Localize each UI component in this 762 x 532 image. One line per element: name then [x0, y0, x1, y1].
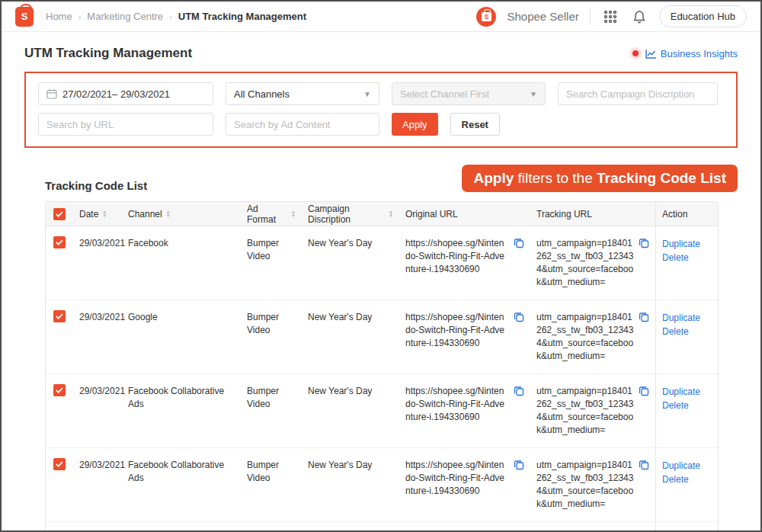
row-channel: Facebook	[122, 226, 241, 261]
row-campaign: New Year's Day	[302, 226, 399, 261]
breadcrumb-current: UTM Tracking Management	[178, 11, 306, 22]
brand-label: Shopee Seller	[507, 10, 578, 23]
row-ad-format: Bumper Video	[241, 300, 302, 348]
search-url-field	[38, 113, 213, 136]
row-date: 29/03/2021	[73, 226, 122, 261]
column-ad-format[interactable]: Ad Format▲▼	[241, 204, 302, 225]
filter-panel: 27/02/2021– 29/03/2021 All Channels ▼ Se…	[24, 72, 738, 148]
copy-icon[interactable]	[639, 238, 649, 289]
apply-button[interactable]: Apply	[392, 113, 438, 136]
search-campaign-field	[558, 82, 718, 105]
row-tracking-url: utm_campaign=p18401262_ss_tw_fb03_123434…	[536, 459, 634, 511]
page-title: UTM Tracking Management	[24, 46, 192, 61]
copy-icon[interactable]	[639, 312, 649, 363]
copy-icon[interactable]	[514, 386, 524, 424]
breadcrumb-marketing-centre[interactable]: Marketing Centre	[87, 11, 163, 22]
row-original-url: https://shopee.sg/Nintendo-Switch-Ring-F…	[405, 385, 509, 424]
row-original-url: https://shopee.sg/Nintendo-Switch-Ring-F…	[405, 237, 509, 276]
column-tracking-url: Tracking URL	[530, 209, 655, 220]
breadcrumb-home[interactable]: Home	[46, 11, 72, 22]
search-ad-content-field	[226, 113, 379, 136]
row-date: 29/03/2021	[73, 522, 122, 532]
business-insights-link[interactable]: Business Insights	[645, 48, 738, 59]
row-channel: Facebook Collaborative Ads	[122, 374, 241, 421]
duplicate-link[interactable]: Duplicate	[662, 237, 712, 251]
calendar-icon	[46, 88, 57, 99]
column-action: Action	[655, 202, 718, 226]
row-checkbox[interactable]	[53, 310, 66, 322]
table-row: 29/03/2021 Facebook Collaborative Ads Bu…	[46, 448, 718, 522]
table-body: 29/03/2021 Facebook Bumper Video New Yea…	[46, 226, 718, 532]
chevron-right-icon: ›	[78, 12, 82, 21]
row-ad-format: Bumper Video	[241, 448, 302, 495]
date-range-picker[interactable]: 27/02/2021– 29/03/2021	[38, 82, 213, 105]
duplicate-link[interactable]: Duplicate	[662, 311, 712, 325]
row-original-url: https://shopee.sg/Nintendo-Switch-Ring-F…	[405, 459, 509, 498]
chevron-down-icon: ▼	[363, 90, 371, 98]
column-date[interactable]: Date▲▼	[73, 209, 122, 220]
table-row: 29/03/2021 Google Bumper Video New Year'…	[46, 300, 718, 374]
search-url-input[interactable]	[46, 119, 205, 130]
row-tracking-url: utm_campaign=p18401262_ss_tw_fb03_123434…	[536, 237, 634, 289]
row-ad-format: Bumper Video	[241, 374, 302, 421]
row-date: 29/03/2021	[73, 448, 122, 482]
duplicate-link[interactable]: Duplicate	[662, 385, 712, 399]
row-tracking-url: utm_campaign=p18401262_ss_tw_fb03_123434…	[536, 311, 634, 363]
sort-icon: ▲▼	[389, 210, 393, 218]
tracking-code-list-title: Tracking Code List	[45, 179, 147, 192]
tracking-code-table: Date▲▼ Channel▲▼ Ad Format▲▼ Campaign Di…	[45, 201, 719, 532]
copy-icon[interactable]	[514, 460, 524, 498]
breadcrumb: Home › Marketing Centre › UTM Tracking M…	[46, 11, 306, 22]
table-row: 29/03/2021 Facebook Collaborative Ads Bu…	[46, 374, 718, 448]
row-campaign: New Year's Day	[302, 522, 399, 532]
row-channel: Instagram Collaborative Ads	[122, 522, 241, 532]
column-campaign-discription[interactable]: Campaign Discription▲▼	[302, 204, 399, 225]
channel-select[interactable]: All Channels ▼	[226, 82, 379, 105]
divider	[590, 8, 591, 25]
table-row: 29/03/2021 Facebook Bumper Video New Yea…	[46, 226, 718, 300]
row-checkbox[interactable]	[53, 236, 66, 248]
topbar: S Home › Marketing Centre › UTM Tracking…	[2, 2, 760, 32]
notification-dot	[632, 50, 639, 56]
shopee-logo-icon[interactable]: S	[15, 7, 34, 27]
copy-icon[interactable]	[639, 460, 649, 511]
row-date: 29/03/2021	[73, 300, 122, 335]
delete-link[interactable]: Delete	[662, 325, 712, 338]
row-checkbox[interactable]	[53, 384, 66, 396]
row-ad-format: Bumper Video	[241, 226, 302, 274]
utm-tracking-management-page: S Home › Marketing Centre › UTM Tracking…	[0, 0, 762, 532]
sub-channel-select[interactable]: Select Channel First ▼	[392, 82, 546, 105]
delete-link[interactable]: Delete	[662, 251, 712, 264]
sort-icon: ▲▼	[102, 210, 107, 218]
line-chart-icon	[645, 49, 657, 59]
copy-icon[interactable]	[514, 312, 524, 350]
row-date: 29/03/2021	[73, 374, 122, 409]
row-campaign: New Year's Day	[302, 300, 399, 335]
duplicate-link[interactable]: Duplicate	[662, 459, 712, 473]
select-all-header-checkbox[interactable]	[53, 208, 66, 220]
reset-button[interactable]: Reset	[450, 113, 500, 136]
notification-bell-icon[interactable]	[630, 8, 648, 26]
copy-icon[interactable]	[639, 386, 649, 437]
search-campaign-input[interactable]	[566, 88, 709, 100]
column-channel[interactable]: Channel▲▼	[122, 209, 241, 220]
row-checkbox[interactable]	[53, 458, 66, 470]
annotation-callout: Apply filters to the Tracking Code List	[462, 165, 738, 192]
shopee-seller-avatar[interactable]: S	[476, 7, 496, 27]
chevron-down-icon: ▼	[530, 90, 537, 98]
chevron-right-icon: ›	[169, 12, 172, 21]
delete-link[interactable]: Delete	[662, 399, 712, 412]
row-campaign: New Year's Day	[302, 374, 399, 409]
education-hub-button[interactable]: Education Hub	[659, 5, 747, 27]
sort-icon: ▲▼	[166, 210, 171, 218]
apps-grid-icon[interactable]	[601, 8, 620, 26]
row-tracking-url: utm_campaign=p18401262_ss_tw_fb03_123434…	[536, 385, 634, 437]
row-ad-format: Bumper Video	[241, 522, 302, 532]
date-range-value: 27/02/2021– 29/03/2021	[62, 88, 170, 100]
row-channel: Google	[122, 300, 241, 335]
row-campaign: New Year's Day	[302, 448, 399, 482]
copy-icon[interactable]	[514, 238, 524, 276]
delete-link[interactable]: Delete	[662, 473, 712, 486]
table-row: 29/03/2021 Instagram Collaborative Ads B…	[46, 522, 718, 532]
search-ad-content-input[interactable]	[234, 119, 371, 130]
